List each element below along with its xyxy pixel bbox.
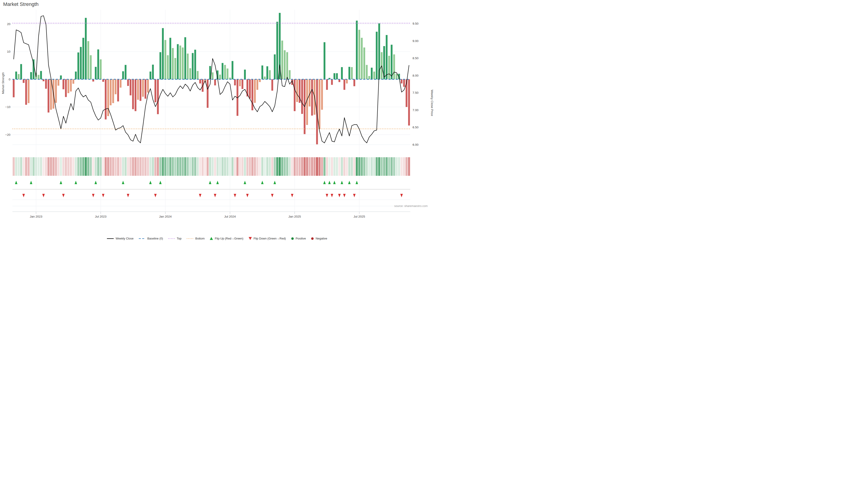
strength-bar [60, 75, 62, 79]
heatmap-cell [323, 157, 326, 176]
legend-item-flip-down[interactable]: Flip Down (Green→Red) [248, 237, 286, 240]
strength-bar [276, 22, 278, 79]
heatmap-cell [348, 157, 350, 176]
strength-bar [164, 40, 166, 79]
strength-bar [33, 59, 35, 79]
heatmap-cell [371, 157, 373, 176]
strength-bar [259, 79, 261, 82]
legend: Weekly Close Baseline (0) Top Bottom Fli… [0, 237, 434, 240]
heatmap-cell [65, 157, 67, 176]
heatmap-cell [25, 157, 27, 176]
strength-bar [78, 53, 79, 79]
heatmap-cell [117, 157, 119, 176]
strength-bar [371, 68, 373, 79]
strength-bar [403, 79, 405, 87]
strength-bar [175, 58, 176, 79]
heatmap-cell [115, 157, 117, 176]
strength-bar [346, 79, 348, 84]
heatmap-cell [13, 157, 15, 176]
legend-item-baseline[interactable]: Baseline (0) [138, 237, 163, 240]
heatmap-cell [378, 157, 380, 176]
heatmap-cell [353, 157, 355, 176]
strength-bar [376, 32, 378, 79]
strength-bar [30, 72, 32, 79]
y-right-tick: 9.50 [412, 22, 418, 25]
heatmap-cell [164, 157, 166, 176]
strength-bar [341, 67, 343, 79]
legend-item-positive[interactable]: Positive [291, 237, 306, 240]
legend-label: Flip Up (Red→Green) [215, 237, 243, 240]
strength-bar [364, 47, 365, 79]
strength-bar [13, 79, 15, 97]
heatmap-cell [37, 157, 39, 176]
heatmap-cell [95, 157, 97, 176]
y-axis-right-title: Weekly Close Price [430, 86, 434, 120]
strength-bar [182, 47, 184, 79]
heatmap-cell [42, 157, 44, 176]
strength-bar [130, 79, 131, 95]
strength-bar [224, 65, 226, 79]
strength-bar [184, 37, 186, 79]
strength-bar [244, 70, 246, 79]
heatmap-cell [199, 157, 201, 176]
heatmap-cell [28, 157, 30, 176]
heatmap-cell [261, 157, 264, 176]
strength-bar [286, 52, 288, 79]
flip-down-marker [246, 194, 249, 197]
heatmap-cell [105, 157, 107, 176]
heatmap-cell [313, 157, 315, 176]
strength-bar [356, 21, 358, 79]
strength-bar [80, 47, 82, 79]
legend-item-bottom[interactable]: Bottom [186, 237, 205, 240]
flip-down-triangle-icon [248, 237, 252, 240]
strength-bar [336, 73, 338, 79]
heatmap-cell [306, 157, 308, 176]
strength-bar [16, 72, 17, 79]
flip-up-marker [261, 181, 264, 184]
heatmap-cell [187, 157, 189, 176]
legend-item-top[interactable]: Top [168, 237, 182, 240]
heatmap-cell [102, 157, 104, 176]
heatmap-cell [299, 157, 301, 176]
heatmap-cell [281, 157, 283, 176]
heatmap-cell [286, 157, 288, 176]
strength-bar [112, 79, 114, 103]
strength-bar [169, 38, 171, 79]
legend-item-weekly-close[interactable]: Weekly Close [107, 237, 133, 240]
heatmap-cell [147, 157, 149, 176]
strength-bar [219, 74, 221, 79]
strength-bar [110, 79, 112, 105]
heatmap-cell [408, 157, 410, 176]
strength-bar [212, 72, 214, 79]
heatmap-cell [229, 157, 231, 176]
strength-bar [132, 79, 134, 109]
heatmap-cell [189, 157, 191, 176]
legend-label: Flip Down (Green→Red) [254, 237, 286, 240]
strength-bar [194, 50, 196, 79]
heatmap-cell [149, 157, 151, 176]
strength-bar [296, 79, 298, 102]
heatmap-cell [351, 157, 353, 176]
strength-bar [187, 54, 189, 79]
strength-bar [373, 72, 375, 79]
flip-up-marker [94, 181, 97, 184]
strength-bar [83, 38, 84, 79]
strength-bar [331, 79, 333, 85]
heatmap-cell [140, 157, 142, 176]
strength-bar [396, 74, 398, 79]
strength-bar [261, 66, 264, 79]
strength-bar [120, 79, 122, 88]
heatmap-cell [224, 157, 226, 176]
heatmap-cell [276, 157, 278, 176]
legend-item-negative[interactable]: Negative [311, 237, 327, 240]
strength-bar [368, 76, 370, 79]
strength-bar [189, 68, 191, 79]
heatmap-cell [237, 157, 239, 176]
heatmap-cell [219, 157, 221, 176]
heatmap-cell [209, 157, 211, 176]
heatmap-cell [279, 157, 281, 176]
strength-bar [140, 79, 142, 101]
strength-bar [45, 79, 47, 89]
legend-item-flip-up[interactable]: Flip Up (Red→Green) [210, 237, 243, 240]
strength-bar [180, 46, 181, 79]
